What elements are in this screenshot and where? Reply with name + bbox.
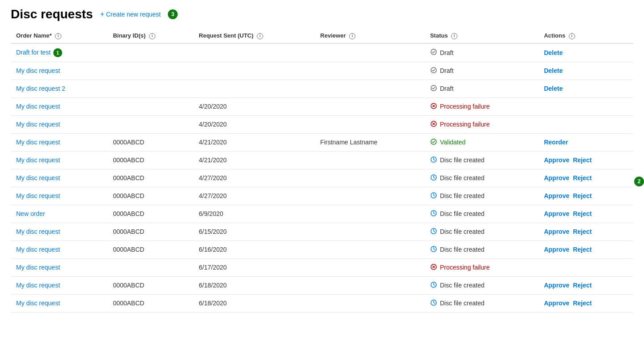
action-secondary-link[interactable]: Reject [573,210,592,217]
order-name-link[interactable]: My disc request [16,121,60,128]
order-name-link[interactable]: My disc request 2 [16,85,65,92]
action-secondary-link[interactable]: Reject [573,228,592,235]
request-sent-cell [193,62,315,80]
action-primary-link[interactable]: Approve [544,174,569,182]
status-cell: Validated [425,133,539,151]
binary-ids-info-icon: i [149,33,155,39]
status-info-icon: i [451,33,457,39]
action-primary-link[interactable]: Delete [544,67,563,74]
order-name-cell: My disc request [11,151,107,169]
request-sent-cell: 6/15/2020 [193,223,315,241]
col-status-label: Status [430,32,448,39]
binary-ids-cell: 0000ABCD [107,133,193,151]
order-name-cell: My disc request [11,97,107,115]
reviewer-cell [315,169,425,187]
table-row: My disc requestDraftDelete [11,62,633,80]
create-new-request-button[interactable]: + Create new request [100,10,161,18]
actions-cell [538,115,633,133]
col-binary-ids-label: Binary ID(s) [113,32,145,39]
action-primary-link[interactable]: Reorder [544,139,568,146]
status-text: Processing failure [440,121,490,128]
request-sent-cell: 4/27/2020 [193,169,315,187]
reviewer-cell [315,151,425,169]
table-body: Draft for test1DraftDeleteMy disc reques… [11,43,633,312]
order-name-link[interactable]: My disc request [16,228,60,235]
order-name-cell: My disc request [11,294,107,312]
col-order-name-label: Order Name* [16,32,51,39]
disc-file-icon [430,156,437,165]
action-primary-link[interactable]: Approve [544,228,569,235]
order-name-cell: My disc request 2 [11,80,107,97]
status-text: Disc file created [440,246,485,253]
disc-file-icon [430,299,437,308]
reviewer-cell [315,43,425,62]
draft-icon [430,84,437,93]
col-order-name: Order Name* i [11,29,107,43]
action-secondary-link[interactable]: Reject [573,156,592,164]
order-name-link[interactable]: My disc request [16,264,60,271]
action-secondary-link[interactable]: Reject [573,174,592,182]
order-name-link[interactable]: My disc request [16,67,60,74]
status-text: Validated [440,139,465,146]
action-secondary-link[interactable]: Reject [573,300,592,307]
svg-line-27 [434,249,435,250]
status-cell: Processing failure [425,97,539,115]
order-name-link[interactable]: My disc request [16,156,60,164]
action-secondary-link[interactable]: Reject [573,282,592,289]
binary-ids-cell: 0000ABCD [107,276,193,294]
order-name-info-icon: i [55,33,61,39]
table-row: My disc request4/20/2020Processing failu… [11,97,633,115]
order-name-cell: My disc request [11,169,107,187]
status-cell: Disc file created [425,187,539,205]
order-name-link[interactable]: My disc request [16,103,60,110]
table-row: New order0000ABCD6/9/2020Disc file creat… [11,205,633,223]
status-cell: Disc file created [425,241,539,258]
order-name-link[interactable]: My disc request [16,192,60,199]
order-name-cell: My disc request [11,62,107,80]
order-name-link[interactable]: My disc request [16,139,60,146]
status-cell: Processing failure [425,258,539,276]
actions-cell: Approve Reject [538,187,633,205]
table-row: My disc request6/17/2020Processing failu… [11,258,633,276]
svg-line-33 [434,285,435,286]
action-primary-link[interactable]: Approve [544,300,569,307]
actions-cell: Approve Reject [538,276,633,294]
action-secondary-link[interactable]: Reject [573,192,592,199]
actions-cell: Approve Reject [538,205,633,223]
action-primary-link[interactable]: Approve [544,156,569,164]
action-primary-link[interactable]: Approve [544,210,569,217]
status-text: Draft [440,49,453,56]
create-button-label: Create new request [106,11,161,18]
order-name-cell: My disc request [11,276,107,294]
action-primary-link[interactable]: Approve [544,282,569,289]
order-name-link[interactable]: Draft for test [16,48,51,55]
reviewer-cell [315,62,425,80]
status-cell: Disc file created [425,151,539,169]
actions-cell: Approve Reject [538,169,633,187]
order-name-link[interactable]: New order [16,210,45,217]
order-name-link[interactable]: My disc request [16,174,60,182]
reviewer-cell [315,97,425,115]
action-primary-link[interactable]: Approve [544,192,569,199]
table-row: My disc request 2DraftDelete [11,80,633,97]
col-actions-label: Actions [544,32,565,39]
action-primary-link[interactable]: Delete [544,49,563,56]
col-request-sent-label: Request Sent (UTC) [199,32,253,39]
action-primary-link[interactable]: Delete [544,85,563,92]
binary-ids-cell [107,43,193,62]
actions-cell: Approve Reject [538,241,633,258]
order-name-link[interactable]: My disc request [16,300,60,307]
col-request-sent: Request Sent (UTC) i [193,29,315,43]
action-secondary-link[interactable]: Reject [573,246,592,253]
col-binary-ids: Binary ID(s) i [107,29,193,43]
status-cell: Disc file created [425,169,539,187]
col-reviewer: Reviewer i [315,29,425,43]
order-name-link[interactable]: My disc request [16,282,60,289]
order-name-link[interactable]: My disc request [16,246,60,253]
table-row: My disc request0000ABCD4/27/2020Disc fil… [11,187,633,205]
request-sent-cell: 6/9/2020 [193,205,315,223]
plus-icon: + [100,10,104,18]
binary-ids-cell [107,62,193,80]
table-row: My disc request0000ABCD4/21/2020Disc fil… [11,151,633,169]
action-primary-link[interactable]: Approve [544,246,569,253]
